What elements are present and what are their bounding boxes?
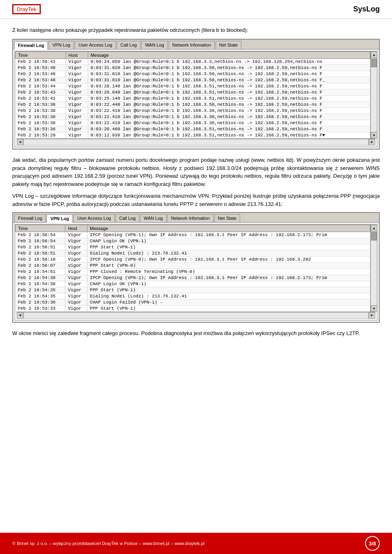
tab-call-log-2[interactable]: Call Log <box>116 214 139 222</box>
table-row: Feb 2 16:54:38VigorIPCP Opening (VPN-1);… <box>16 275 370 281</box>
tab-wan-log-2[interactable]: WAN Log <box>140 214 167 222</box>
log-window-2: Firewall Log VPN Log User Access Log Cal… <box>12 212 380 323</box>
intro-paragraph: Z kolei następne okno pokazuje przypadek… <box>12 27 380 33</box>
log-table-1: Time Host Message Feb 2 16:59:41Vigor0:0… <box>15 51 370 138</box>
body-para-1: Jak widać, dla popularnych portów zamias… <box>12 156 380 188</box>
hscroll-track-2 <box>23 312 369 319</box>
table-row: Feb 2 16:56:07VigorPPP Start (VPN-0) <box>16 263 370 269</box>
log-table-wrapper-2: Time Host Message Feb 2 16:56:54VigorIPC… <box>15 224 377 320</box>
hscroll-track-1 <box>23 139 369 145</box>
col-message-2: Message <box>87 225 370 232</box>
table-row: Feb 2 16:53:38Vigor0:03:22.440 lan @Grou… <box>16 102 370 108</box>
table-row: Feb 2 16:53:48Vigor0:03:31.810 lan @Grou… <box>16 77 370 83</box>
log-table-outer-2: Time Host Message Feb 2 16:56:54VigorIPC… <box>15 225 377 312</box>
tab-wan-log-1[interactable]: WAN Log <box>141 41 168 49</box>
col-message-1: Message <box>88 52 370 59</box>
page-header: DrayTek SysLog <box>0 0 392 19</box>
scrollbar-2[interactable]: ▲ ▼ <box>370 225 377 312</box>
table-row: Feb 2 16:53:33VigorPPP Start (VPN-1) <box>16 306 370 312</box>
col-host-1: Host <box>66 52 88 59</box>
table-row: Feb 2 16:54:35VigorPPP Start (VPN-1) <box>16 287 370 293</box>
table-row: Feb 2 16:53:29Vigor0:03:12.930 lan @Grou… <box>16 132 370 138</box>
tab-user-access-log-2[interactable]: User Access Log <box>74 214 115 222</box>
table-row: Feb 2 16:56:51VigorPPP Start (VPN-1) <box>16 244 370 250</box>
body-para-vpn: VPN Log – szczegółowe informacje dotyczą… <box>12 192 380 208</box>
log-tabs-2: Firewall Log VPN Log User Access Log Cal… <box>13 213 379 223</box>
table-row: Feb 2 16:53:38Vigor0:03:22.410 lan @Grou… <box>16 120 370 126</box>
scroll-up-1[interactable]: ▲ <box>371 51 377 58</box>
logo-dray: Dray <box>17 6 28 12</box>
hscroll-right-1[interactable]: ► <box>369 139 375 145</box>
table-row: Feb 2 16:53:41Vigor0:03:25.140 lan @Grou… <box>16 96 370 102</box>
tab-call-log-1[interactable]: Call Log <box>117 41 140 49</box>
page-number-badge: 3/8 <box>365 536 380 551</box>
tab-vpn-log-2[interactable]: VPN Log <box>47 214 73 223</box>
table-row: Feb 2 16:53:36VigorCHAP Login Failed (VP… <box>16 299 370 306</box>
scroll-down-2[interactable]: ▼ <box>371 305 377 312</box>
col-time-1: Time <box>16 52 66 59</box>
log-tabs-1: Firewall Log VPN Log User Access Log Cal… <box>13 40 379 49</box>
scroll-thumb-1[interactable] <box>371 59 377 67</box>
scroll-down-1[interactable]: ▼ <box>371 132 377 138</box>
tab-net-state-1[interactable]: Net State <box>216 41 242 49</box>
tab-user-access-log-1[interactable]: User Access Log <box>75 41 116 49</box>
table-row: Feb 2 16:56:51VigorDialing Node1 (Lodz) … <box>16 250 370 257</box>
main-content: Z kolei następne okno pokazuje przypadek… <box>0 19 392 350</box>
scrollbar-1[interactable]: ▲ ▼ <box>370 51 377 138</box>
tab-net-state-2[interactable]: Net State <box>214 214 241 222</box>
table-row: Feb 2 16:53:44Vigor0:03:28.140 lan @Grou… <box>16 83 370 89</box>
table-row: Feb 2 16:53:48Vigor0:03:31.810 lan @Grou… <box>16 71 370 77</box>
hscrollbar-1[interactable]: ◄ ► <box>17 138 375 145</box>
table-row: Feb 2 16:53:43Vigor0:03:26.640 lan @Grou… <box>16 89 370 96</box>
table-row: Feb 2 16:54:35VigorDialing Node1 (Lodz) … <box>16 293 370 299</box>
table-row: Feb 2 16:56:10VigorIPCP Opening (VPN-0);… <box>16 257 370 263</box>
table-row: Feb 2 16:54:38VigorCHAP Login OK (VPN-1) <box>16 281 370 287</box>
scroll-up-2[interactable]: ▲ <box>371 225 377 231</box>
hscrollbar-2[interactable]: ◄ ► <box>17 312 375 318</box>
table-row: Feb 2 16:53:38Vigor0:03:22.410 lan @Grou… <box>16 108 370 114</box>
table-row: Feb 2 16:56:54VigorCHAP Login OK (VPN-1) <box>16 238 370 244</box>
tab-network-info-2[interactable]: Network Infomation <box>167 214 214 222</box>
log-table-outer-1: Time Host Message Feb 2 16:59:41Vigor0:0… <box>15 51 377 138</box>
page-title: SysLog <box>353 5 380 13</box>
log-window-1: Firewall Log VPN Log User Access Log Cal… <box>12 39 380 150</box>
log-table-wrapper-1: Time Host Message Feb 2 16:59:41Vigor0:0… <box>15 51 377 147</box>
body-para-end: W oknie mieści się zaledwie fragment cał… <box>12 329 380 337</box>
table-row: Feb 2 16:53:48Vigor0:03:31.820 lan @Grou… <box>16 65 370 71</box>
page-footer: © Brinet sp. z o.o. – wyłączny przedstaw… <box>0 533 392 554</box>
table-row: Feb 2 16:54:51VigorPPP Closed : Remote T… <box>16 269 370 275</box>
hscroll-left-1[interactable]: ◄ <box>17 139 23 145</box>
logo-box: DrayTek <box>12 4 41 14</box>
tab-network-info-1[interactable]: Network Infomation <box>169 41 215 49</box>
col-time-2: Time <box>16 225 65 232</box>
tab-firewall-log-2[interactable]: Firewall Log <box>14 214 46 222</box>
tab-vpn-log-1[interactable]: VPN Log <box>49 41 74 49</box>
table-row: Feb 2 16:53:36Vigor0:03:20.460 lan @Grou… <box>16 126 370 132</box>
hscroll-right-2[interactable]: ► <box>369 312 375 319</box>
scroll-track-1 <box>371 68 377 132</box>
table-row: Feb 2 16:56:54VigorIPCP Opening (VPN-1);… <box>16 232 370 238</box>
scroll-thumb-2[interactable] <box>371 232 377 240</box>
table-row: Feb 2 16:59:41Vigor0:09:24.850 lan @Grou… <box>16 59 370 65</box>
footer-copyright: © Brinet sp. z o.o. – wyłączny przedstaw… <box>12 541 205 546</box>
logo: DrayTek <box>12 4 41 14</box>
table-row: Feb 2 16:53:38Vigor0:03:22.410 lan @Grou… <box>16 114 370 120</box>
col-host-2: Host <box>65 225 87 232</box>
hscroll-left-2[interactable]: ◄ <box>17 312 23 319</box>
log-table-2: Time Host Message Feb 2 16:56:54VigorIPC… <box>15 225 370 312</box>
logo-tek: Tek <box>28 6 36 12</box>
tab-firewall-log-1[interactable]: Firewall Log <box>14 41 48 49</box>
scroll-track-2 <box>371 241 377 305</box>
